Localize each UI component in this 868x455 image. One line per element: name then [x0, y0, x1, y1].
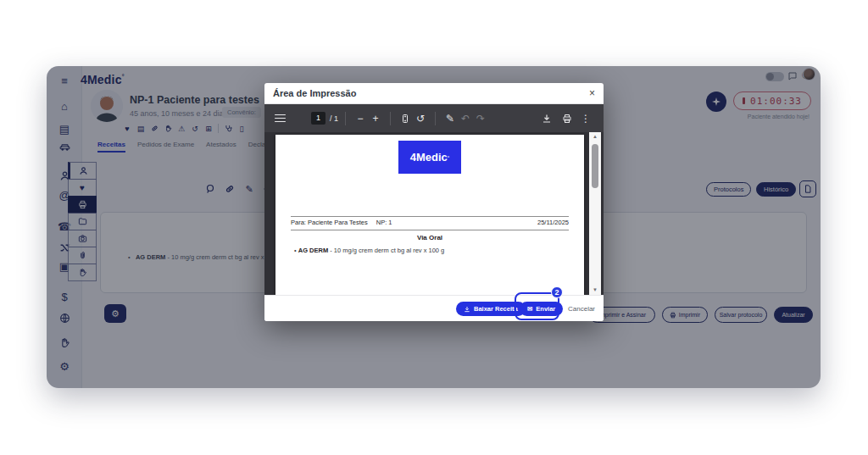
pdf-viewport: 4Medic° Para: Paciente Para Testes NP: 1…: [264, 132, 604, 295]
page-total: / 1: [330, 114, 338, 123]
pdf-sidebar-toggle-icon[interactable]: [275, 112, 286, 124]
download-icon[interactable]: [539, 114, 554, 124]
divider: [291, 216, 569, 217]
divider: [345, 112, 346, 125]
modal-header: Área de Impressão ×: [264, 83, 604, 104]
screen: ≡ ⌂ ▤ @ ☎ ▣ $ ⚙: [0, 0, 868, 455]
print-modal: Área de Impressão × 1 / 1 − + ↺ ✎ ↶ ↷: [264, 83, 604, 321]
rotate-icon[interactable]: ↺: [413, 113, 428, 125]
pdf-page: 4Medic° Para: Paciente Para Testes NP: 1…: [275, 135, 584, 295]
scroll-thumb[interactable]: [592, 144, 598, 188]
pdf-scrollbar[interactable]: ▲ ▼: [589, 132, 601, 295]
fit-page-icon[interactable]: [398, 114, 413, 124]
annotate-pen-icon[interactable]: ✎: [442, 113, 458, 125]
more-options-icon[interactable]: ⋮: [578, 113, 593, 125]
print-icon[interactable]: [559, 114, 575, 124]
undo-icon[interactable]: ↶: [458, 113, 473, 125]
np-number: NP: 1: [376, 219, 392, 226]
divider: [291, 230, 569, 230]
close-icon[interactable]: ×: [589, 86, 595, 100]
modal-title: Área de Impressão: [273, 88, 356, 98]
envelope-icon: ✉: [527, 305, 532, 313]
pdf-toolbar: 1 / 1 − + ↺ ✎ ↶ ↷ ⋮: [264, 104, 604, 132]
divider: [390, 112, 391, 125]
download-receipt-label: Baixar Receita: [474, 305, 518, 313]
route-heading: Via Oral: [275, 234, 584, 241]
scroll-down-icon[interactable]: ▼: [589, 286, 601, 295]
recipient: Para: Paciente Para Testes: [291, 219, 368, 226]
zoom-in-icon[interactable]: +: [368, 113, 383, 125]
scroll-up-icon[interactable]: ▲: [589, 132, 601, 141]
step-badge: 2: [551, 286, 563, 298]
zoom-out-icon[interactable]: −: [353, 113, 368, 125]
page-number-input[interactable]: 1: [311, 112, 326, 125]
divider: [435, 112, 436, 125]
send-button[interactable]: ✉ Enviar: [520, 302, 563, 316]
document-medication: • AG DERM - 10 mg/g crem derm ct bg al r…: [294, 247, 444, 254]
document-logo: 4Medic°: [398, 141, 461, 174]
document-header-row: Para: Paciente Para Testes NP: 1 25/11/2…: [291, 219, 569, 226]
send-label: Enviar: [536, 305, 555, 313]
cancel-button[interactable]: Cancelar: [568, 305, 595, 313]
document-date: 25/11/2025: [537, 219, 569, 226]
redo-icon[interactable]: ↷: [473, 113, 488, 125]
download-icon: [464, 306, 470, 313]
modal-footer: Baixar Receita 2 ✉ Enviar Cancelar: [264, 295, 604, 321]
